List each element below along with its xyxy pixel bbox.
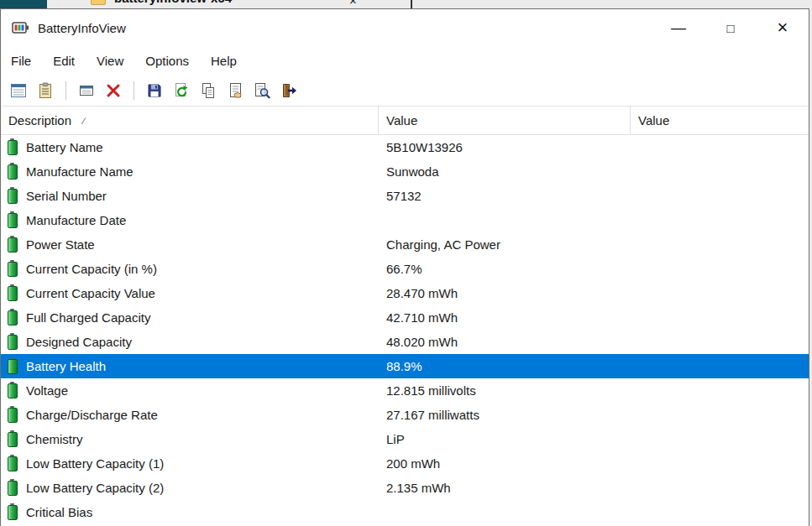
row-value: 27.167 milliwatts bbox=[379, 408, 631, 422]
column-header-value[interactable]: Value bbox=[379, 107, 631, 134]
list-item[interactable]: Manufacture Name Sunwoda bbox=[1, 159, 809, 184]
list-item[interactable]: Designed Capacity 48.020 mWh bbox=[1, 330, 809, 354]
battery-icon bbox=[8, 383, 18, 398]
list-item[interactable]: Current Capacity (in %) 66.7% bbox=[1, 257, 809, 281]
row-label: Charge/Discharge Rate bbox=[26, 408, 158, 422]
window-title: BatteryInfoView bbox=[38, 21, 652, 35]
menu-file[interactable]: File bbox=[11, 54, 31, 68]
row-value: 88.9% bbox=[379, 359, 631, 373]
battery-icon bbox=[8, 310, 18, 325]
toolbar-separator bbox=[134, 81, 134, 100]
battery-icon bbox=[8, 164, 18, 180]
row-label: Battery Health bbox=[26, 359, 106, 373]
battery-icon bbox=[8, 189, 18, 204]
menu-options[interactable]: Options bbox=[145, 54, 189, 68]
row-value: 66.7% bbox=[379, 262, 631, 276]
batteryinfoview-window: BatteryInfoView — □ × File Edit View Opt… bbox=[0, 8, 809, 526]
save-report-icon[interactable] bbox=[145, 81, 164, 100]
row-label: Voltage bbox=[26, 383, 68, 398]
row-value: 2.135 mWh bbox=[379, 481, 631, 495]
exit-icon[interactable] bbox=[280, 81, 298, 100]
list-item[interactable]: Full Charged Capacity 42.710 mWh bbox=[1, 305, 809, 330]
background-tab-separator bbox=[411, 0, 412, 8]
battery-icon bbox=[8, 481, 18, 496]
row-label: Serial Number bbox=[26, 189, 107, 203]
row-value: LiP bbox=[379, 432, 631, 446]
row-label: Chemistry bbox=[26, 432, 83, 446]
toolbar bbox=[1, 75, 809, 107]
row-value: 5B10W13926 bbox=[379, 140, 631, 154]
row-value: Charging, AC Power bbox=[379, 237, 631, 252]
list-item-selected[interactable]: Battery Health 88.9% bbox=[1, 354, 809, 378]
list-header: Description ∕ Value Value bbox=[1, 107, 809, 135]
folder-icon bbox=[91, 0, 106, 5]
list-item[interactable]: Manufacture Date bbox=[1, 208, 809, 232]
battery-log-mode-icon[interactable] bbox=[36, 81, 55, 100]
background-window-strip: batteryinfoview-x64 × bbox=[0, 0, 812, 8]
refresh-icon[interactable] bbox=[172, 81, 191, 100]
column-header-value-2[interactable]: Value bbox=[631, 107, 809, 134]
battery-icon bbox=[8, 140, 18, 155]
battery-icon bbox=[8, 286, 18, 301]
column-header-label: Value bbox=[386, 113, 417, 128]
list-item[interactable]: Voltage 12.815 millivolts bbox=[1, 378, 809, 403]
list-item[interactable]: Low Battery Capacity (2) 2.135 mWh bbox=[1, 476, 809, 500]
row-label: Current Capacity (in %) bbox=[26, 262, 157, 276]
background-window-corner bbox=[0, 0, 47, 8]
sort-indicator-icon: ∕ bbox=[83, 116, 85, 126]
row-value: 57132 bbox=[379, 189, 631, 203]
list-item[interactable]: Power State Charging, AC Power bbox=[1, 232, 809, 257]
row-label: Low Battery Capacity (2) bbox=[26, 481, 164, 495]
row-label: Critical Bias bbox=[26, 505, 92, 519]
battery-info-mode-icon[interactable] bbox=[9, 81, 28, 100]
row-value: 48.020 mWh bbox=[379, 335, 631, 349]
list-item[interactable]: Critical Bias bbox=[1, 500, 809, 524]
row-label: Current Capacity Value bbox=[26, 286, 155, 300]
column-header-label: Description bbox=[8, 113, 71, 128]
battery-icon bbox=[8, 335, 18, 350]
row-value: 42.710 mWh bbox=[379, 310, 631, 325]
menubar: File Edit View Options Help bbox=[1, 46, 809, 75]
background-tab-title: batteryinfoview-x64 bbox=[114, 0, 232, 5]
battery-icon bbox=[8, 456, 18, 471]
row-label: Manufacture Name bbox=[26, 164, 134, 179]
row-value: 12.815 millivolts bbox=[379, 383, 631, 398]
close-button[interactable]: × bbox=[757, 9, 809, 46]
row-label: Power State bbox=[26, 237, 95, 252]
column-header-description[interactable]: Description ∕ bbox=[1, 107, 379, 134]
column-header-label: Value bbox=[638, 113, 669, 128]
row-value: 200 mWh bbox=[379, 456, 631, 471]
row-value: Sunwoda bbox=[379, 164, 631, 179]
find-icon[interactable] bbox=[253, 81, 271, 100]
row-label: Low Battery Capacity (1) bbox=[26, 456, 164, 471]
battery-icon bbox=[8, 408, 18, 423]
list-item[interactable]: Current Capacity Value 28.470 mWh bbox=[1, 281, 809, 305]
battery-icon bbox=[8, 359, 18, 374]
window-controls: — □ × bbox=[652, 9, 809, 46]
list-item[interactable]: Charge/Discharge Rate 27.167 milliwatts bbox=[1, 403, 809, 427]
delete-item-icon[interactable] bbox=[104, 81, 123, 100]
list-item[interactable]: Low Battery Capacity (1) 200 mWh bbox=[1, 451, 809, 476]
row-value: 28.470 mWh bbox=[379, 286, 631, 300]
menu-view[interactable]: View bbox=[97, 54, 123, 68]
list-body: Battery Name 5B10W13926 Manufacture Name… bbox=[1, 135, 809, 526]
list-item[interactable]: Battery Name 5B10W13926 bbox=[1, 135, 809, 159]
titlebar: BatteryInfoView — □ × bbox=[1, 9, 809, 46]
choose-columns-icon[interactable] bbox=[77, 81, 96, 100]
properties-icon[interactable] bbox=[226, 81, 244, 100]
maximize-button[interactable]: □ bbox=[705, 9, 757, 46]
background-tab-close-icon[interactable]: × bbox=[349, 0, 357, 8]
copy-selected-icon[interactable] bbox=[199, 81, 217, 100]
row-label: Battery Name bbox=[26, 140, 103, 154]
battery-icon bbox=[8, 237, 18, 253]
minimize-button[interactable]: — bbox=[652, 9, 705, 46]
battery-icon bbox=[8, 505, 18, 520]
battery-icon bbox=[8, 262, 18, 277]
battery-icon bbox=[8, 213, 18, 228]
menu-help[interactable]: Help bbox=[211, 54, 237, 68]
battery-icon bbox=[8, 432, 18, 447]
menu-edit[interactable]: Edit bbox=[53, 54, 75, 68]
toolbar-separator bbox=[65, 81, 66, 100]
list-item[interactable]: Chemistry LiP bbox=[1, 427, 809, 451]
list-item[interactable]: Serial Number 57132 bbox=[1, 184, 809, 208]
